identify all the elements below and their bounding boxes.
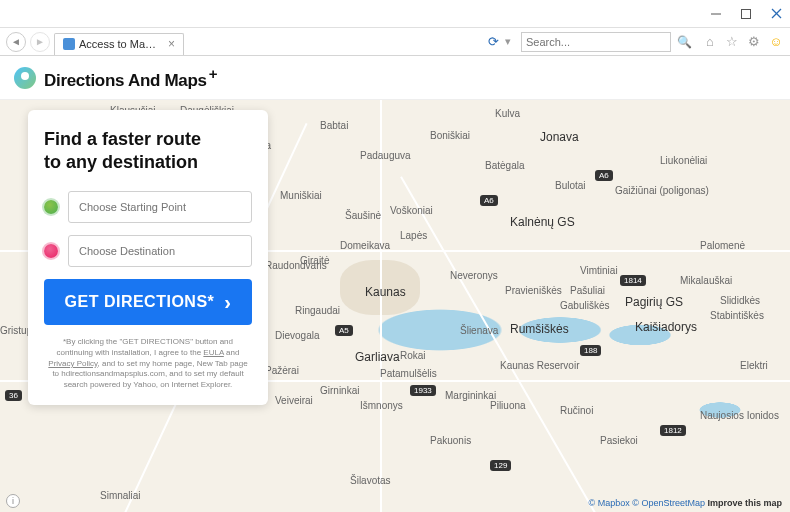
map-info-icon[interactable]: i — [6, 494, 20, 508]
brand-name: Directions And Maps+ — [44, 65, 217, 91]
map-label: Muniškiai — [280, 190, 322, 201]
eula-link[interactable]: EULA — [203, 348, 223, 357]
map-label: Šaušinė — [345, 210, 381, 221]
map-label: Pasiekoi — [600, 435, 638, 446]
get-directions-button[interactable]: GET DIRECTIONS* › — [44, 279, 252, 325]
attribution-mapbox[interactable]: © Mapbox — [589, 498, 630, 508]
map-label: Slididkės — [720, 295, 760, 306]
map-label: Jonava — [540, 130, 579, 144]
road-shield: 1812 — [660, 425, 686, 436]
map-label: Neveronys — [450, 270, 498, 281]
map-label: Girninkai — [320, 385, 359, 396]
panel-heading: Find a faster route to any destination — [44, 128, 252, 173]
start-pin-icon — [44, 200, 58, 214]
map-label: Pagirių GS — [625, 295, 683, 309]
minimize-button[interactable] — [710, 8, 722, 20]
map-label: Palomenė — [700, 240, 745, 251]
road-shield: 188 — [580, 345, 601, 356]
map-label: Garliava — [355, 350, 400, 364]
destination-input[interactable] — [68, 235, 252, 267]
map-label: Veiveirai — [275, 395, 313, 406]
svg-rect-1 — [742, 9, 751, 18]
map-attribution: © Mapbox © OpenStreetMap Improve this ma… — [589, 498, 782, 508]
brand-logo-icon — [14, 67, 36, 89]
home-icon[interactable]: ⌂ — [702, 34, 718, 50]
map-label: Gaižiūnai (poligonas) — [615, 185, 709, 196]
map-label: Dievogala — [275, 330, 319, 341]
attribution-osm[interactable]: © OpenStreetMap — [632, 498, 705, 508]
road-shield: A5 — [335, 325, 353, 336]
map-label: Piliuona — [490, 400, 526, 411]
map-label: Babtai — [320, 120, 348, 131]
map-label: Kaišiadorys — [635, 320, 697, 334]
map-label: Kulva — [495, 108, 520, 119]
window-titlebar — [0, 0, 790, 28]
map-label: Rokai — [400, 350, 426, 361]
road-shield: A6 — [480, 195, 498, 206]
map-label: Lapės — [400, 230, 427, 241]
attribution-improve[interactable]: Improve this map — [707, 498, 782, 508]
map-label: Šlienava — [460, 325, 498, 336]
feedback-icon[interactable]: ☺ — [768, 34, 784, 50]
road-shield: A6 — [595, 170, 613, 181]
map-label: Kalnėnų GS — [510, 215, 575, 229]
map-label: Rumšiškės — [510, 322, 569, 336]
map-label: Ringaudai — [295, 305, 340, 316]
map-label: Ručinoi — [560, 405, 593, 416]
chevron-right-icon: › — [224, 291, 231, 314]
close-button[interactable] — [770, 8, 782, 20]
back-button[interactable]: ◄ — [6, 32, 26, 52]
map-label: Vimtiniai — [580, 265, 618, 276]
map-label: Batėgala — [485, 160, 524, 171]
map-label: Stabintiškės — [710, 310, 764, 321]
map-label: Elektri — [740, 360, 768, 371]
directions-panel: Find a faster route to any destination G… — [28, 110, 268, 405]
map-label: Mikalauškai — [680, 275, 732, 286]
map-label: Padauguva — [360, 150, 411, 161]
map-label: Margininkai — [445, 390, 496, 401]
tab-title: Access to MapQuest, Mapq... — [79, 38, 162, 50]
forward-button[interactable]: ► — [30, 32, 50, 52]
map-label: Patamulšėlis — [380, 368, 437, 379]
start-input[interactable] — [68, 191, 252, 223]
favorites-icon[interactable]: ☆ — [724, 34, 740, 50]
map-label: Kaunas Reservoir — [500, 360, 579, 371]
search-icon[interactable]: 🔍 — [677, 35, 692, 49]
brand-plus-icon: + — [209, 65, 217, 82]
map-label: Raudondvaris — [265, 260, 327, 271]
browser-search-input[interactable] — [521, 32, 671, 52]
map-label: Pažėrai — [265, 365, 299, 376]
map-label: Šilavotas — [350, 475, 391, 486]
map-label: Pravieniškės — [505, 285, 562, 296]
browser-tab[interactable]: Access to MapQuest, Mapq... × — [54, 33, 184, 55]
map-label: Pakuonis — [430, 435, 471, 446]
road-shield: 1933 — [410, 385, 436, 396]
refresh-icon[interactable]: ⟳ — [488, 34, 499, 49]
map-label: Simnaliai — [100, 490, 141, 501]
map-label: Boniškiai — [430, 130, 470, 141]
tab-favicon-icon — [63, 38, 75, 50]
maximize-button[interactable] — [740, 8, 752, 20]
browser-navbar: ◄ ► Access to MapQuest, Mapq... × ⟳ ▾ 🔍 … — [0, 28, 790, 56]
disclaimer-text: *By clicking the "GET DIRECTIONS" button… — [44, 337, 252, 391]
map-label: Domeikava — [340, 240, 390, 251]
map-label: Voškoniai — [390, 205, 433, 216]
page-header: Directions And Maps+ — [0, 56, 790, 100]
settings-icon[interactable]: ⚙ — [746, 34, 762, 50]
map-label: Gabuliškės — [560, 300, 609, 311]
road-shield: 36 — [5, 390, 22, 401]
map-label: Kaunas — [365, 285, 406, 299]
map-label: Liukonėliai — [660, 155, 707, 166]
map-label: Pašuliai — [570, 285, 605, 296]
road-shield: 1814 — [620, 275, 646, 286]
tab-close-icon[interactable]: × — [168, 37, 175, 51]
map-label: Bulotai — [555, 180, 586, 191]
stop-icon[interactable]: ▾ — [505, 35, 511, 48]
cta-label: GET DIRECTIONS* — [65, 293, 215, 311]
destination-pin-icon — [44, 244, 58, 258]
privacy-link[interactable]: Privacy Policy — [48, 359, 97, 368]
map-label: Išmnonys — [360, 400, 403, 411]
map-label: Naujosios Ionidos — [700, 410, 779, 421]
road-shield: 129 — [490, 460, 511, 471]
